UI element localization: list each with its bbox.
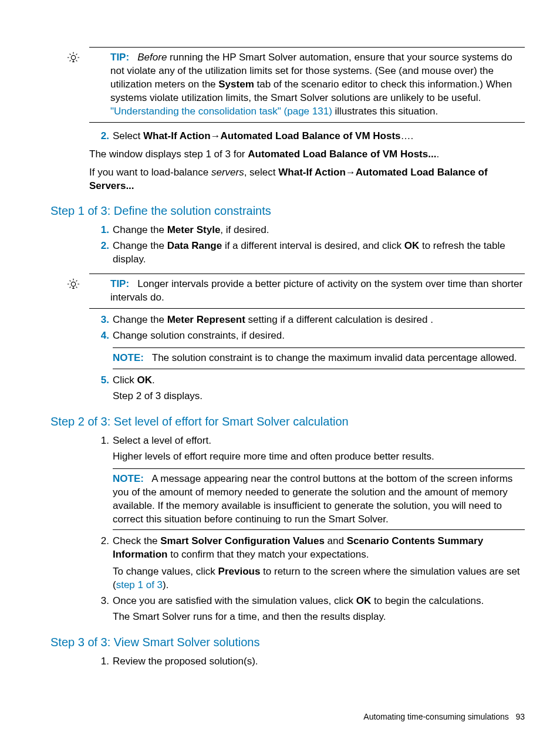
text: and — [325, 535, 347, 546]
bold-text: OK — [137, 374, 153, 386]
note-text: A message appearing near the control but… — [113, 473, 512, 525]
arrow-icon: → — [346, 167, 356, 178]
note-label: NOTE: — [113, 352, 144, 363]
paragraph: If you want to load-balance servers, sel… — [89, 166, 525, 193]
list-item: Check the Smart Solver Configuration Val… — [113, 535, 525, 592]
link-understanding-consolidation[interactable]: "Understanding the consolidation task" (… — [110, 106, 332, 117]
note-callout: NOTE: A message appearing near the contr… — [113, 468, 525, 531]
text: Check the — [113, 535, 160, 546]
tip-label: TIP: — [110, 52, 129, 63]
note-callout: NOTE: The solution constraint is to chan… — [113, 347, 525, 369]
list-item: Change the Meter Represent setting if a … — [113, 313, 525, 327]
svg-point-0 — [71, 55, 75, 59]
heading-step-2: Step 2 of 3: Set level of effort for Sma… — [50, 414, 525, 430]
text: The window displays step 1 of 3 for — [89, 148, 248, 160]
list-item: Click OK. Step 2 of 3 displays. — [113, 374, 525, 403]
text: Once you are satisfied with the simulati… — [113, 595, 356, 606]
text: Select a level of effort. — [113, 435, 211, 446]
text: Higher levels of effort require more tim… — [113, 450, 525, 464]
tip-callout: TIP: Longer intervals provide a better p… — [89, 274, 525, 309]
list-item: Once you are satisfied with the simulati… — [113, 595, 525, 624]
text: . — [152, 374, 155, 386]
text: to confirm that they match your expectat… — [168, 549, 369, 560]
text: Change the — [113, 240, 167, 251]
list-item: Change the Meter Style, if desired. — [113, 224, 525, 237]
note-text: The solution constraint is to change the… — [152, 352, 517, 363]
list-item: Change solution constraints, if desired. — [113, 329, 525, 343]
text: if a different interval is desired, and … — [222, 240, 404, 251]
page-number: 93 — [515, 712, 525, 721]
bold-text: Automated Load Balance of VM Hosts — [221, 130, 401, 141]
tip-text: illustrates this situation. — [332, 106, 438, 117]
text: to begin the calculations. — [371, 595, 484, 606]
text: The Smart Solver runs for a time, and th… — [113, 610, 525, 624]
note-label: NOTE: — [113, 473, 144, 484]
text: setting if a different calculation is de… — [245, 314, 433, 325]
arrow-icon: → — [211, 130, 221, 141]
text: , select — [244, 167, 279, 178]
text: To change values, click — [113, 566, 218, 577]
text: If you want to load-balance — [89, 167, 211, 178]
heading-step-1: Step 1 of 3: Define the solution constra… — [50, 203, 525, 219]
tip-icon — [67, 278, 80, 291]
bold-text: Meter Represent — [167, 314, 245, 325]
bold-text: OK — [356, 595, 372, 606]
tip-italic: Before — [137, 52, 167, 63]
tip-label: TIP: — [110, 278, 129, 289]
italic-text: servers — [211, 167, 244, 178]
page-footer: Automating time-consuming simulations 93 — [363, 712, 525, 721]
heading-step-3: Step 3 of 3: View Smart Solver solutions — [50, 634, 525, 650]
svg-point-1 — [71, 282, 75, 286]
bold-text: What-If Action — [143, 130, 211, 141]
bold-text: Data Range — [167, 240, 222, 251]
link-step-1-of-3[interactable]: step 1 of 3 — [116, 579, 163, 590]
text: ). — [163, 579, 168, 590]
tip-bold-system: System — [218, 79, 254, 90]
tip-callout: TIP: Before running the HP Smart Solver … — [89, 47, 525, 123]
footer-text: Automating time-consuming simulations — [363, 712, 508, 721]
text: . — [436, 148, 439, 160]
list-item: Select a level of effort. Higher levels … — [113, 434, 525, 464]
paragraph: The window displays step 1 of 3 for Auto… — [89, 148, 525, 161]
bold-text: Meter Style — [167, 224, 221, 235]
bold-text: OK — [404, 240, 420, 251]
text: Click — [113, 374, 137, 386]
text: Step 2 of 3 displays. — [113, 390, 525, 403]
text: Change the — [113, 314, 167, 325]
tip-icon — [67, 51, 80, 64]
bold-text: Previous — [218, 566, 261, 577]
text: …. — [401, 130, 414, 141]
bold-text: What-If Action — [278, 167, 346, 178]
text: , if desired. — [220, 224, 269, 235]
list-item: Select What-If Action→Automated Load Bal… — [113, 130, 525, 143]
text: Change the — [113, 224, 167, 235]
tip-text: Longer intervals provide a better pictur… — [110, 278, 522, 303]
list-item: Review the proposed solution(s). — [113, 655, 525, 669]
bold-text: Smart Solver Configuration Values — [160, 535, 325, 546]
list-item: Change the Data Range if a different int… — [113, 239, 525, 266]
text: Select — [113, 130, 143, 141]
bold-text: Automated Load Balance of VM Hosts... — [248, 148, 436, 160]
